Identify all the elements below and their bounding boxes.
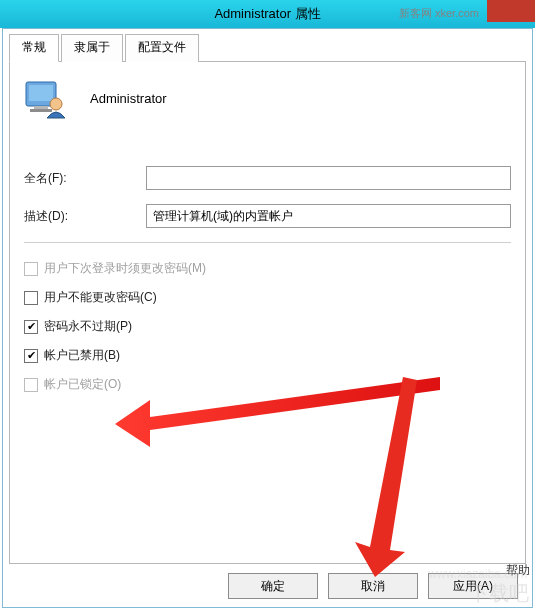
checkbox-icon (24, 378, 38, 392)
tab-panel-general: Administrator 全名(F): 描述(D): 用户下次登录时须更改密码… (9, 62, 526, 564)
check-label: 帐户已禁用(B) (44, 347, 120, 364)
window-title: Administrator 属性 (214, 5, 320, 23)
watermark-bottom-right-url: www.xiazaiba.com (428, 567, 527, 581)
watermark-top: 新客网 xker.com (399, 6, 479, 21)
row-fullname: 全名(F): (24, 166, 511, 190)
svg-rect-1 (29, 85, 53, 101)
tabstrip: 常规 隶属于 配置文件 (9, 33, 526, 62)
user-icon (24, 76, 68, 120)
check-account-locked: 帐户已锁定(O) (24, 376, 511, 393)
check-label: 帐户已锁定(O) (44, 376, 121, 393)
tab-general[interactable]: 常规 (9, 34, 59, 62)
label-fullname: 全名(F): (24, 170, 146, 187)
svg-rect-2 (34, 106, 48, 109)
watermark-bottom-right: 下载吧 (469, 580, 529, 607)
tab-memberof[interactable]: 隶属于 (61, 34, 123, 62)
row-description: 描述(D): (24, 204, 511, 228)
input-description[interactable] (146, 204, 511, 228)
annotation-arrow-2 (335, 372, 435, 582)
check-label: 密码永不过期(P) (44, 318, 132, 335)
check-account-disabled[interactable]: ✔ 帐户已禁用(B) (24, 347, 511, 364)
checkbox-icon (24, 291, 38, 305)
cancel-button[interactable]: 取消 (328, 573, 418, 599)
ok-button[interactable]: 确定 (228, 573, 318, 599)
separator (24, 242, 511, 244)
label-description: 描述(D): (24, 208, 146, 225)
input-fullname[interactable] (146, 166, 511, 190)
tab-profile[interactable]: 配置文件 (125, 34, 199, 62)
user-header: Administrator (24, 76, 511, 120)
check-must-change-password: 用户下次登录时须更改密码(M) (24, 260, 511, 277)
svg-point-4 (50, 98, 62, 110)
check-label: 用户不能更改密码(C) (44, 289, 157, 306)
checkbox-icon: ✔ (24, 320, 38, 334)
checkbox-icon: ✔ (24, 349, 38, 363)
check-label: 用户下次登录时须更改密码(M) (44, 260, 206, 277)
svg-rect-3 (30, 109, 52, 112)
user-name-label: Administrator (90, 91, 167, 106)
check-cant-change-password[interactable]: 用户不能更改密码(C) (24, 289, 511, 306)
checkbox-icon (24, 262, 38, 276)
window-frame: 常规 隶属于 配置文件 Administrator 全名(F): 描 (2, 28, 533, 608)
check-password-never-expires[interactable]: ✔ 密码永不过期(P) (24, 318, 511, 335)
close-button[interactable] (487, 0, 535, 22)
